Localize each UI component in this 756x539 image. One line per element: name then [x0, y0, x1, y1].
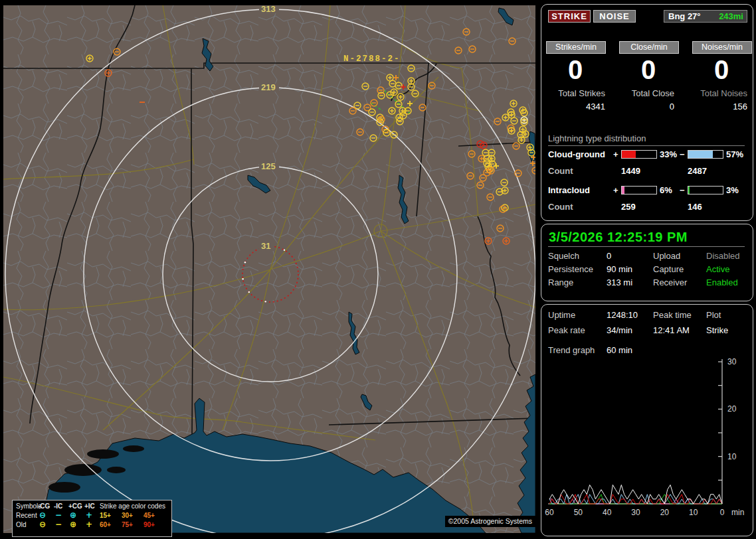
total-strikes-label: Total Strikes — [548, 88, 605, 98]
ic-pos-pct: 6% — [660, 185, 672, 195]
peak-rate-value: 34/min — [607, 325, 632, 335]
noises-per-min-value: 0 — [692, 55, 751, 84]
plot-label: Plot — [706, 310, 721, 320]
svg-text:min: min — [731, 508, 744, 517]
plus-sign: + — [613, 149, 618, 159]
count-label: Count — [548, 202, 573, 212]
copyright: ©2005 Astrogenic Systems — [445, 516, 535, 527]
total-strikes-value: 4341 — [548, 102, 605, 112]
legend-age-45+: 45+ — [143, 512, 155, 519]
minus-sign: − — [680, 149, 685, 159]
svg-text:40: 40 — [603, 508, 612, 517]
close-per-min-button[interactable]: Close/min — [619, 41, 679, 54]
persistence-value: 90 min — [607, 264, 632, 274]
capture-label: Capture — [653, 264, 684, 274]
legend-symbol-icp: + — [86, 520, 92, 529]
legend-age-15+: 15+ — [100, 512, 111, 519]
trend-graph: 1020306050403020100min — [544, 356, 750, 530]
divider — [548, 246, 745, 247]
uptime-value: 1248:10 — [607, 310, 638, 320]
lightning-map[interactable]: 31321912531N-2788-2- Symbols-CG-IC+CG+IC… — [3, 5, 535, 533]
legend-col-+IC: +IC — [84, 502, 95, 510]
strikes-per-min-value: 0 — [546, 55, 605, 84]
cg-neg-count: 2487 — [688, 166, 707, 176]
legend-age-60+: 60+ — [100, 521, 111, 528]
stats-panel: Uptime 1248:10 Peak time Plot Peak rate … — [541, 304, 753, 536]
peak-time-value: 12:41 AM — [653, 325, 690, 335]
cg-pos-bar — [621, 150, 657, 159]
receiver-value: Enabled — [706, 277, 738, 287]
legend-symbol-icp: + — [86, 510, 92, 520]
legend-symbol-icn: − — [55, 510, 62, 520]
range-value: 313 mi — [607, 277, 632, 287]
peak-rate-label: Peak rate — [548, 325, 585, 335]
legend-row-old: Old — [16, 521, 27, 528]
plot-value: Strike — [706, 325, 728, 335]
legend-symbol-cgn: ⊖ — [39, 510, 46, 520]
cloud-ground-label: Cloud-ground — [548, 149, 605, 159]
bearing-label: Bng 27° — [668, 11, 701, 22]
svg-text:30: 30 — [727, 357, 737, 366]
svg-text:313: 313 — [261, 5, 276, 14]
legend-row-recent: Recent — [16, 512, 37, 519]
range-label: Range — [548, 277, 573, 287]
legend-symbol-icn: − — [55, 520, 62, 529]
symbols-legend: Symbols-CG-IC+CG+ICStrike age color code… — [12, 500, 172, 537]
svg-text:219: 219 — [261, 82, 276, 92]
ic-neg-pct: 3% — [726, 185, 739, 195]
ic-pos-bar — [621, 186, 657, 194]
upload-value: Disabled — [706, 251, 740, 261]
cg-pos-pct: 33% — [660, 149, 677, 159]
ic-pos-count: 259 — [621, 202, 636, 212]
svg-text:20: 20 — [727, 404, 737, 414]
plus-sign: + — [613, 185, 618, 195]
bearing-distance: 243mi — [719, 11, 743, 22]
minus-sign: − — [680, 185, 685, 195]
trend-window-value: 60 min — [607, 345, 632, 355]
uptime-label: Uptime — [548, 310, 575, 320]
noises-per-min-button[interactable]: Noises/min — [692, 41, 752, 54]
legend-age-75+: 75+ — [122, 521, 133, 528]
svg-text:10: 10 — [689, 508, 698, 517]
svg-text:0: 0 — [720, 508, 725, 517]
legend-col--IC: -IC — [54, 502, 62, 510]
svg-text:60: 60 — [545, 508, 554, 517]
datetime: 3/5/2026 12:25:19 PM — [549, 230, 688, 245]
squelch-value: 0 — [607, 251, 611, 261]
upload-label: Upload — [653, 251, 680, 261]
strikestar-app: { "header": { "strike_button": "STRIKE",… — [0, 0, 756, 539]
legend-age-title: Strike age color codes — [100, 502, 165, 510]
squelch-label: Squelch — [548, 251, 579, 261]
ic-neg-count: 146 — [688, 202, 702, 212]
distribution-title: Lightning type distribution — [548, 133, 745, 146]
legend-symbol-cgp: ⊕ — [70, 520, 76, 529]
svg-text:125: 125 — [261, 161, 276, 171]
cg-neg-bar — [688, 150, 723, 159]
legend-col-+CG: +CG — [68, 502, 82, 510]
total-noises-label: Total Noises — [690, 88, 747, 98]
strikes-per-min-button[interactable]: Strikes/min — [546, 41, 606, 54]
svg-text:20: 20 — [660, 508, 670, 517]
persistence-label: Persistence — [548, 264, 593, 274]
cg-pos-count: 1449 — [621, 166, 640, 176]
trend-graph-label: Trend graph — [548, 345, 595, 355]
legend-age-90+: 90+ — [143, 521, 155, 528]
cg-neg-pct: 57% — [726, 149, 743, 159]
legend-age-30+: 30+ — [122, 512, 133, 519]
counters-panel: STRIKE NOISE Bng 27° 243mi Strikes/min C… — [541, 4, 753, 221]
bearing-display: Bng 27° 243mi — [664, 10, 747, 23]
svg-text:N-2788-2-: N-2788-2- — [343, 54, 401, 64]
receiver-label: Receiver — [653, 277, 687, 287]
legend-symbol-cgp: ⊕ — [70, 510, 76, 520]
svg-text:30: 30 — [631, 508, 640, 517]
total-noises-value: 156 — [690, 102, 747, 112]
peak-time-label: Peak time — [653, 310, 692, 320]
noise-button[interactable]: NOISE — [593, 10, 636, 23]
map-canvas: 31321912531N-2788-2- — [3, 5, 535, 533]
strike-button[interactable]: STRIKE — [548, 10, 591, 23]
svg-text:31: 31 — [261, 241, 270, 251]
svg-text:10: 10 — [727, 452, 737, 461]
svg-text:50: 50 — [574, 508, 583, 517]
legend-col--CG: -CG — [38, 502, 50, 510]
legend-symbol-cgn: ⊖ — [39, 520, 46, 529]
